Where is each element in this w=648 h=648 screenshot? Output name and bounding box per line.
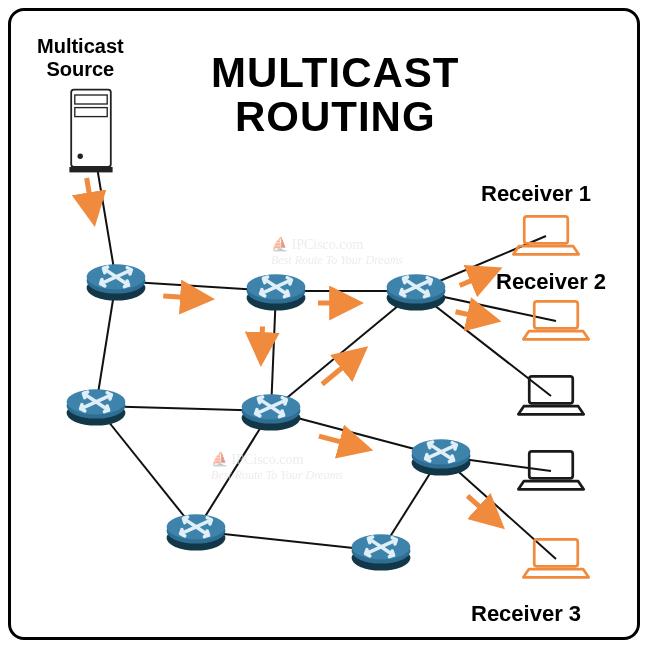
router-icon [81,246,151,316]
router-icon [161,496,231,566]
multicast-arrow-icon [261,327,262,361]
router-icon [241,256,311,326]
svg-rect-30 [534,301,578,328]
router-icon [346,516,416,586]
receiver1-label: Receiver 1 [481,181,591,207]
svg-point-3 [78,154,83,159]
svg-rect-29 [524,216,568,243]
receiver3-label: Receiver 3 [471,601,581,627]
host-laptop-icon [517,446,585,496]
multicast-arrow-icon [87,178,94,220]
svg-rect-31 [534,539,578,566]
multicast-arrow-icon [455,312,494,320]
router-icon [236,376,306,446]
router-icon [381,256,451,326]
server-icon [64,86,118,176]
multicast-arrow-icon [319,436,367,449]
router-icon [61,371,131,441]
svg-rect-33 [529,451,573,478]
watermark-icon: ⛵ IPCisco.com Best Route To Your Dreams [211,451,343,483]
receiver-laptop-icon [522,534,590,584]
source-label: Multicast Source [37,35,124,81]
diagram-title: MULTICAST ROUTING [211,51,460,139]
svg-rect-0 [71,90,111,167]
multicast-arrow-icon [322,351,363,385]
host-laptop-icon [517,371,585,421]
multicast-arrow-icon [467,496,499,525]
svg-rect-4 [69,167,112,172]
multicast-arrow-icon [163,296,208,299]
router-icon [406,421,476,491]
receiver-laptop-icon [512,211,580,261]
receiver-laptop-icon [522,296,590,346]
multicast-arrow-icon [460,270,496,285]
receiver2-label: Receiver 2 [496,269,606,295]
svg-rect-32 [529,376,573,403]
